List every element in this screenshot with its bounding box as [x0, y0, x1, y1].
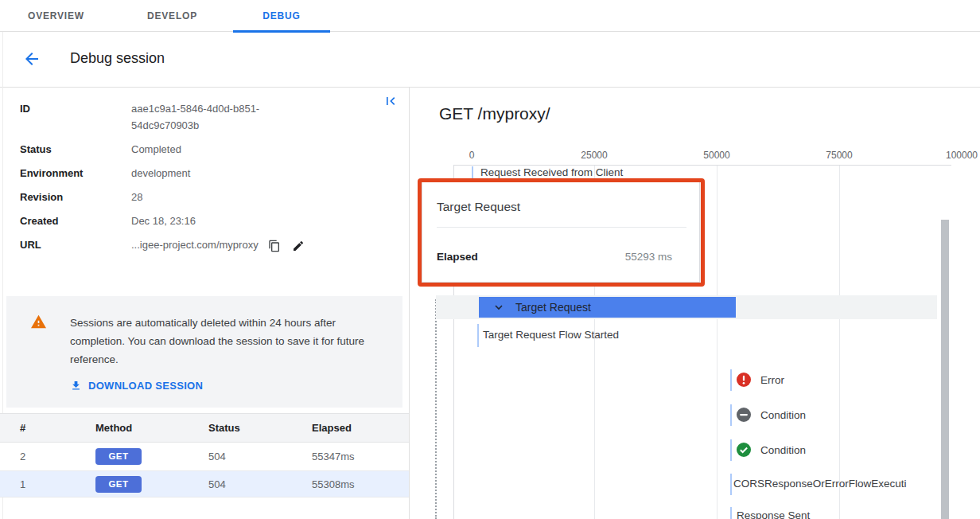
field-label: Environment	[20, 165, 131, 181]
gridline	[839, 166, 840, 519]
tx-elapsed: 55347ms	[312, 451, 409, 462]
collapse-left-icon	[383, 93, 399, 109]
event-flow-started: Target Request Flow Started	[483, 329, 619, 341]
event-response-sent: Response Sent	[737, 509, 810, 519]
tx-status: 504	[208, 451, 312, 462]
transaction-row[interactable]: 2 GET 504 55347ms	[0, 443, 409, 471]
event-request-received: Request Received from Client	[480, 166, 623, 178]
field-value: 28	[131, 189, 314, 205]
tx-status: 504	[208, 478, 312, 490]
event-tick	[730, 439, 732, 461]
collapse-panel-button[interactable]	[383, 93, 399, 109]
tooltip-elapsed-label: Elapsed	[437, 251, 478, 263]
back-button[interactable]	[22, 49, 41, 68]
step-label: Error	[760, 374, 784, 386]
gridline	[717, 166, 718, 519]
flow-connector-line	[435, 299, 437, 519]
method-badge: GET	[95, 448, 142, 465]
tab-develop[interactable]: DEVELOP	[147, 0, 197, 32]
tooltip-divider	[437, 227, 686, 228]
field-environment: Environment development	[20, 165, 394, 181]
event-tick	[730, 474, 732, 495]
warning-icon	[30, 314, 47, 332]
field-label: Revision	[20, 189, 131, 205]
tx-num: 2	[20, 451, 95, 462]
panel-divider	[409, 88, 410, 519]
tooltip-title: Target Request	[437, 200, 520, 214]
session-warning: Sessions are automatically deleted withi…	[6, 296, 402, 408]
field-label: URL	[20, 236, 131, 253]
download-icon	[70, 380, 82, 392]
event-tick	[730, 369, 732, 391]
field-value: Completed	[131, 141, 314, 158]
field-value: Dec 18, 23:16	[131, 213, 314, 229]
target-request-bar-label: Target Request	[515, 301, 591, 314]
target-request-bar[interactable]: Target Request	[479, 297, 736, 318]
transactions-header: # Method Status Elapsed	[0, 413, 409, 443]
field-label: Status	[20, 141, 131, 158]
session-details: ID aae1c9a1-5846-4d0d-b851-54dc9c70903b …	[20, 100, 394, 260]
condition-true-icon	[737, 443, 751, 457]
page-title: Debug session	[70, 50, 165, 67]
axis-tick-100000: 100000	[946, 150, 978, 161]
event-tick	[730, 404, 732, 426]
event-tick	[477, 324, 479, 347]
tab-debug[interactable]: DEBUG	[233, 0, 330, 32]
debug-session-page: OVERVIEW DEVELOP DEBUG Debug session ID …	[0, 0, 980, 519]
axis-tick-75000: 75000	[826, 150, 852, 161]
condition-false-icon	[737, 408, 751, 422]
tx-num: 1	[20, 478, 95, 490]
download-session-link[interactable]: DOWNLOAD SESSION	[70, 380, 203, 392]
field-value: ...igee-project.com/myproxy	[131, 239, 259, 251]
field-status: Status Completed	[20, 141, 394, 158]
tab-overview[interactable]: OVERVIEW	[28, 0, 84, 32]
field-id: ID aae1c9a1-5846-4d0d-b851-54dc9c70903b	[20, 100, 394, 134]
event-tick	[472, 166, 473, 180]
copy-icon[interactable]	[268, 240, 281, 252]
axis-tick-50000: 50000	[703, 150, 729, 161]
arrow-left-icon	[22, 49, 41, 68]
edit-icon[interactable]	[292, 240, 305, 252]
step-condition-skipped[interactable]: Condition	[737, 408, 806, 422]
col-elapsed: Elapsed	[312, 422, 409, 434]
elapsed-tooltip: Target Request Elapsed 55293 ms	[422, 181, 700, 283]
error-icon	[737, 373, 751, 387]
step-error[interactable]: Error	[737, 373, 784, 387]
transaction-title: GET /myproxy/	[439, 104, 550, 123]
event-tick	[730, 507, 732, 519]
transaction-row-selected[interactable]: 1 GET 504 55308ms	[0, 471, 409, 498]
tab-bar: OVERVIEW DEVELOP DEBUG	[0, 0, 980, 32]
download-session-label: DOWNLOAD SESSION	[88, 380, 203, 392]
tooltip-elapsed-value: 55293 ms	[625, 251, 672, 263]
field-url: URL ...igee-project.com/myproxy	[20, 236, 394, 253]
header-divider	[0, 87, 980, 88]
field-label: ID	[20, 100, 131, 134]
field-created: Created Dec 18, 23:16	[20, 213, 394, 229]
step-condition-met[interactable]: Condition	[737, 443, 806, 457]
timeline-scrollbar[interactable]	[941, 220, 949, 519]
col-method: Method	[95, 422, 208, 434]
tx-elapsed: 55308ms	[312, 478, 409, 490]
axis-tick-0: 0	[469, 150, 475, 161]
field-value: aae1c9a1-5846-4d0d-b851-54dc9c70903b	[131, 100, 314, 134]
step-label: Condition	[760, 444, 806, 456]
method-badge: GET	[95, 476, 142, 493]
field-revision: Revision 28	[20, 189, 394, 205]
chevron-down-icon	[492, 301, 505, 314]
step-label: Condition	[760, 409, 806, 421]
field-label: Created	[20, 213, 131, 229]
col-status: Status	[208, 422, 312, 434]
warning-text: Sessions are automatically deleted withi…	[70, 314, 390, 369]
field-value: development	[131, 165, 314, 181]
axis-tick-25000: 25000	[581, 150, 607, 161]
event-cors-flow: CORSResponseOrErrorFlowExecuti	[733, 478, 937, 490]
col-num: #	[20, 422, 95, 434]
plot-top-border	[453, 165, 951, 166]
